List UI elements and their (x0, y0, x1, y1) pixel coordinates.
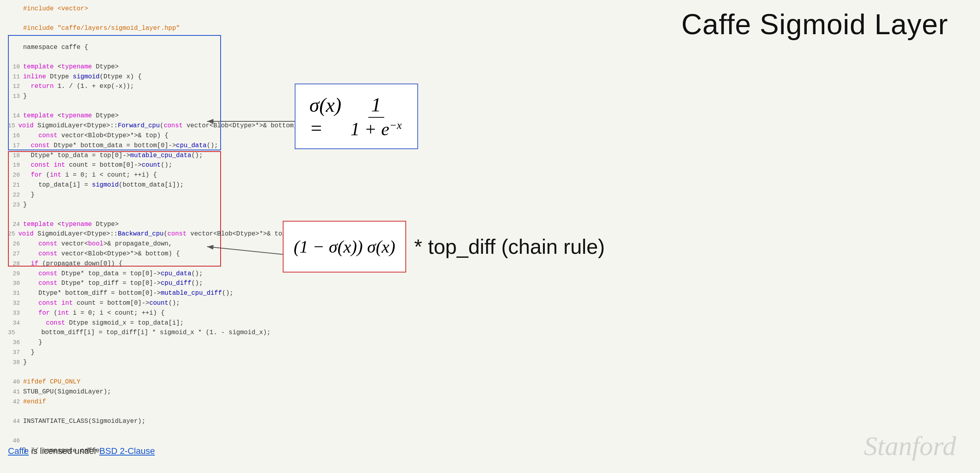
fraction: 1 1 + e−x (350, 93, 402, 140)
code-line: 22 } (8, 190, 235, 200)
code-line: 10 template <typename Dtype> (8, 62, 235, 72)
code-line (8, 101, 235, 111)
code-line: 24 template <typename Dtype> (8, 220, 235, 230)
code-line (8, 407, 235, 416)
code-line: 46 (8, 436, 235, 446)
chain-rule-label: * top_diff (chain rule) (414, 235, 605, 259)
code-line: 12 return 1. / (1. + exp(-x)); (8, 82, 235, 91)
code-line: 37 } (8, 348, 235, 358)
code-line (8, 368, 235, 377)
forward-formula-box: σ(x) = 1 1 + e−x (295, 84, 418, 149)
code-line: namespace caffe { (8, 43, 235, 52)
caffe-link[interactable]: Caffe (8, 446, 29, 456)
backward-formula-container: (1 − σ(x)) σ(x) * top_diff (chain rule) (283, 221, 605, 273)
code-line: 15 void SigmoidLayer<Dtype>::Forward_cpu… (8, 121, 235, 131)
code-line: 16 const vector<Blob<Dtype>*>& top) { (8, 131, 235, 141)
code-line: 28 if (propagate_down[0]) { (8, 259, 235, 269)
code-line: 13 } (8, 91, 235, 101)
code-line: 35 bottom_diff[i] = top_diff[i] * sigmoi… (8, 328, 235, 338)
code-line: 34 const Dtype sigmoid_x = top_data[i]; (8, 318, 235, 328)
code-line: #include "caffe/layers/sigmoid_layer.hpp… (8, 23, 235, 33)
code-line (8, 33, 235, 43)
numerator: 1 (368, 93, 384, 118)
code-line: 27 const vector<Blob<Dtype>*>& bottom) { (8, 249, 235, 259)
code-line: 11 inline Dtype sigmoid(Dtype x) { (8, 72, 235, 82)
footer: Caffe is licensed under BSD 2-Clause (8, 446, 155, 456)
code-line: 21 top_data[i] = sigmoid(bottom_data[i])… (8, 180, 235, 190)
footer-text: is licensed under (31, 446, 99, 456)
sigma-symbol: σ(x) = (309, 93, 349, 140)
code-line: 42 #endif (8, 397, 235, 407)
code-line: 40 #ifdef CPU_ONLY (8, 377, 235, 387)
code-line: 25 void SigmoidLayer<Dtype>::Backward_cp… (8, 229, 235, 239)
page-title: Caffe Sigmoid Layer (681, 8, 948, 41)
code-line: 41 STUB_GPU(SigmoidLayer); (8, 387, 235, 397)
bsd-link[interactable]: BSD 2-Clause (100, 446, 155, 456)
code-line: 23 } (8, 200, 235, 210)
backward-formula-text: (1 − σ(x)) σ(x) (293, 237, 395, 257)
code-line (8, 210, 235, 219)
code-line: 19 const int count = bottom[0]->count(); (8, 160, 235, 170)
code-line: 36 } (8, 338, 235, 348)
code-line: 31 Dtype* bottom_diff = bottom[0]->mutab… (8, 288, 235, 298)
code-block: #include <vector> #include "caffe/layers… (0, 0, 239, 459)
code-line: #include <vector> (8, 4, 235, 14)
code-line: 29 const Dtype* top_data = top[0]->cpu_d… (8, 269, 235, 279)
code-line: 44 INSTANTIATE_CLASS(SigmoidLayer); (8, 417, 235, 426)
code-line: 18 Dtype* top_data = top[0]->mutable_cpu… (8, 151, 235, 161)
code-line: 14 template <typename Dtype> (8, 111, 235, 121)
code-line: 17 const Dtype* bottom_data = bottom[0]-… (8, 141, 235, 151)
backward-formula-box: (1 − σ(x)) σ(x) (283, 221, 406, 273)
code-line: 30 const Dtype* top_diff = top[0]->cpu_d… (8, 278, 235, 288)
code-line: 33 for (int i = 0; i < count; ++i) { (8, 308, 235, 318)
code-line (8, 53, 235, 62)
code-line: 20 for (int i = 0; i < count; ++i) { (8, 170, 235, 180)
denominator: 1 + e−x (350, 118, 402, 140)
code-line: 26 const vector<bool>& propagate_down, (8, 239, 235, 249)
code-line: 38 } (8, 358, 235, 368)
code-line: 32 const int count = bottom[0]->count(); (8, 298, 235, 308)
stanford-watermark: Stanford (864, 430, 956, 462)
code-line (8, 14, 235, 23)
code-line (8, 426, 235, 436)
